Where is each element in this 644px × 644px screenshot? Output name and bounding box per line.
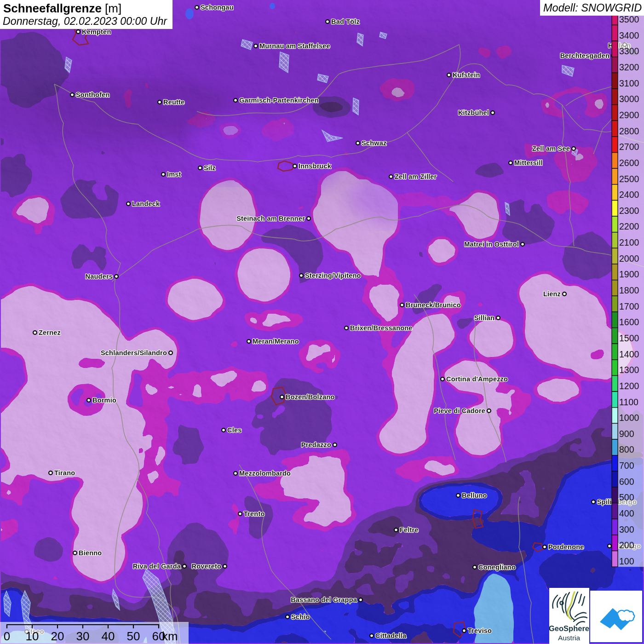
svg-text:20: 20 [51, 629, 64, 643]
svg-text:Bienno: Bienno [79, 549, 102, 557]
svg-text:Zell am See: Zell am See [532, 145, 570, 152]
svg-text:Sillian: Sillian [474, 314, 494, 322]
svg-text:40: 40 [102, 629, 115, 643]
svg-text:400: 400 [619, 508, 634, 518]
svg-text:Cortina d'Ampezzo: Cortina d'Ampezzo [446, 375, 508, 383]
svg-text:Trento: Trento [244, 510, 265, 518]
svg-text:3100: 3100 [619, 78, 639, 88]
svg-text:1000: 1000 [619, 413, 639, 423]
svg-text:Mittersill: Mittersill [514, 159, 543, 167]
svg-text:Silz: Silz [204, 164, 216, 172]
svg-text:Schneefallgrenze [m]: Schneefallgrenze [m] [3, 1, 121, 15]
svg-text:1400: 1400 [619, 349, 639, 359]
svg-text:600: 600 [619, 477, 634, 487]
svg-text:Predazzo: Predazzo [301, 441, 331, 448]
svg-text:2300: 2300 [619, 206, 639, 216]
svg-text:700: 700 [619, 460, 634, 471]
svg-text:500: 500 [619, 492, 634, 502]
svg-text:Bormio: Bormio [92, 397, 116, 404]
svg-text:Cles: Cles [227, 426, 242, 434]
svg-text:3200: 3200 [619, 62, 639, 72]
svg-text:Steinach am Brenner: Steinach am Brenner [236, 215, 305, 222]
svg-text:2500: 2500 [619, 174, 639, 184]
svg-text:Schio: Schio [291, 613, 310, 621]
svg-text:Meran/Merano: Meran/Merano [253, 338, 299, 345]
svg-text:10: 10 [26, 629, 39, 643]
svg-text:Sonthofen: Sonthofen [76, 91, 109, 98]
svg-text:Kempten: Kempten [82, 28, 111, 35]
svg-text:Imst: Imst [167, 171, 181, 178]
svg-text:Lienz: Lienz [543, 290, 561, 298]
svg-text:2200: 2200 [619, 221, 639, 231]
svg-text:Conegliano: Conegliano [478, 564, 516, 571]
svg-text:200: 200 [619, 540, 634, 550]
svg-text:300: 300 [619, 524, 634, 535]
svg-text:2900: 2900 [619, 110, 639, 120]
svg-text:Bruneck/Brunico: Bruneck/Brunico [406, 301, 461, 309]
svg-text:Feltre: Feltre [400, 526, 419, 534]
svg-text:Rovereto: Rovereto [192, 563, 221, 570]
svg-text:Bad Tölz: Bad Tölz [331, 18, 360, 25]
svg-text:Riva del Garda: Riva del Garda [133, 563, 181, 570]
svg-text:100: 100 [619, 556, 634, 566]
svg-text:1600: 1600 [619, 317, 639, 327]
svg-text:Mezzolombardo: Mezzolombardo [239, 470, 291, 477]
svg-text:2800: 2800 [619, 126, 639, 136]
svg-text:50: 50 [127, 629, 140, 643]
svg-text:Reutte: Reutte [163, 98, 184, 106]
svg-text:Kitzbühel: Kitzbühel [458, 109, 489, 116]
svg-text:800: 800 [619, 444, 634, 454]
svg-text:2000: 2000 [619, 253, 639, 264]
svg-text:Tirano: Tirano [54, 469, 75, 477]
svg-text:km: km [162, 629, 178, 643]
svg-text:0: 0 [4, 629, 10, 643]
svg-text:1500: 1500 [619, 333, 639, 343]
svg-text:Zell am Ziller: Zell am Ziller [395, 173, 437, 180]
svg-text:Sterzing/Vipiteno: Sterzing/Vipiteno [305, 272, 361, 279]
svg-text:3000: 3000 [619, 94, 639, 104]
svg-text:30: 30 [76, 629, 90, 643]
svg-text:2600: 2600 [619, 158, 639, 168]
svg-text:Innsbruck: Innsbruck [299, 162, 332, 170]
svg-text:Bassano del Grappa: Bassano del Grappa [291, 596, 357, 604]
svg-text:1700: 1700 [619, 301, 639, 311]
svg-text:Treviso: Treviso [468, 627, 492, 634]
svg-text:1300: 1300 [619, 365, 639, 375]
svg-text:1100: 1100 [619, 397, 638, 407]
svg-text:Brixen/Bressanone: Brixen/Bressanone [350, 324, 413, 332]
svg-text:Pieve di Cadore: Pieve di Cadore [434, 407, 485, 414]
svg-text:Belluno: Belluno [462, 492, 487, 499]
svg-text:900: 900 [619, 429, 634, 439]
svg-text:Schlanders/Silandro: Schlanders/Silandro [101, 349, 167, 356]
svg-text:3300: 3300 [619, 46, 639, 56]
svg-text:Austria: Austria [558, 634, 581, 642]
svg-text:Cittadella: Cittadella [375, 632, 407, 639]
svg-text:Landeck: Landeck [132, 200, 160, 207]
svg-text:Matrei in Osttirol: Matrei in Osttirol [464, 241, 519, 248]
svg-text:Modell: SNOWGRID: Modell: SNOWGRID [543, 2, 642, 14]
svg-text:Schongau: Schongau [201, 4, 234, 11]
svg-text:Donnerstag, 02.02.2023 00:00 U: Donnerstag, 02.02.2023 00:00 Uhr [3, 15, 167, 27]
svg-text:2400: 2400 [619, 190, 639, 200]
svg-text:Nauders: Nauders [86, 273, 113, 280]
svg-text:1900: 1900 [619, 269, 639, 279]
svg-text:Pordenone: Pordenone [548, 543, 584, 551]
svg-text:3400: 3400 [619, 30, 639, 40]
svg-text:Kufstein: Kufstein [453, 71, 480, 79]
svg-text:2700: 2700 [619, 142, 639, 152]
svg-text:1800: 1800 [619, 285, 639, 295]
svg-text:Berchtesgaden: Berchtesgaden [560, 52, 610, 59]
svg-text:Garmisch-Partenkirchen: Garmisch-Partenkirchen [239, 97, 319, 104]
svg-text:Zernez: Zernez [39, 329, 61, 336]
svg-text:Murnau am Staffelsee: Murnau am Staffelsee [259, 42, 330, 50]
svg-text:GeoSphere: GeoSphere [549, 624, 589, 632]
svg-text:Bozen/Bolzano: Bozen/Bolzano [286, 393, 335, 401]
svg-text:Schwaz: Schwaz [362, 139, 386, 147]
svg-text:1200: 1200 [619, 381, 639, 391]
svg-text:3500: 3500 [619, 14, 639, 24]
svg-text:2100: 2100 [619, 237, 639, 247]
